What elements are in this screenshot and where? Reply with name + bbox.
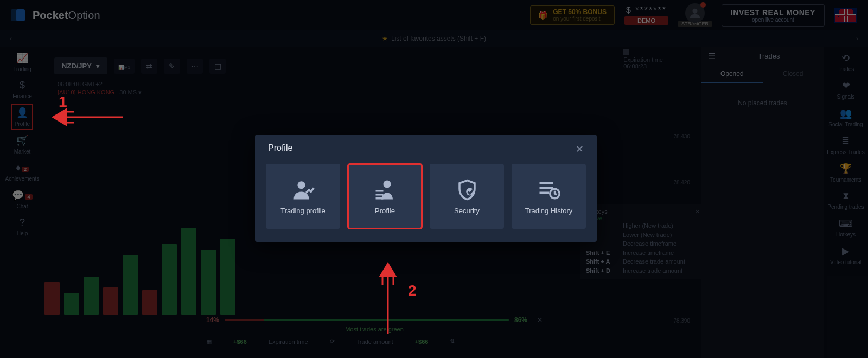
annotation-arrow-2 (372, 260, 404, 338)
trading-profile-icon (292, 178, 315, 201)
nav-help[interactable]: ?Help (17, 217, 28, 236)
candlestick-chart (44, 228, 235, 315)
card-trading-history[interactable]: Trading History (512, 164, 586, 229)
trades-title: Trades (721, 52, 817, 60)
svg-rect-5 (375, 197, 383, 200)
nav-chat[interactable]: 💬4Chat (12, 189, 32, 209)
notification-dot-icon (700, 2, 706, 8)
nav-tournaments[interactable]: 🏆Tournaments (830, 163, 861, 183)
history-icon: ⟲ (841, 52, 850, 64)
indicators-button[interactable]: ⇄ (141, 59, 157, 74)
chat-icon: 💬4 (12, 189, 32, 201)
signals-icon: ❤ (842, 80, 850, 92)
svg-point-1 (297, 181, 305, 189)
nav-profile[interactable]: 👤Profile (15, 107, 30, 127)
profile-modal: Profile ✕ Trading profile Profile Securi… (255, 135, 597, 242)
balance-box[interactable]: $ ******* DEMO (624, 5, 668, 25)
menu-icon[interactable]: ☰ (708, 51, 716, 61)
hotkeys-icon: ⌨ (839, 218, 853, 229)
gift-icon: 🎁 (538, 11, 547, 20)
flag-icon (623, 49, 629, 55)
no-trades-text: No placed trades (701, 83, 824, 123)
pair-selector[interactable]: NZD/JPY ▾ (54, 57, 107, 74)
nav-trades[interactable]: ⟲Trades (838, 52, 854, 72)
nav-hotkeys[interactable]: ⌨Hotkeys (836, 218, 856, 238)
modal-title: Profile (268, 143, 292, 155)
avatar-box[interactable]: STRANGER (678, 3, 712, 27)
close-icon[interactable]: ✕ (695, 208, 700, 215)
expiration-label: Expiration time (623, 56, 663, 63)
chevron-left-icon[interactable]: ‹ (10, 35, 12, 42)
trophy-icon: 🏆 (840, 163, 852, 175)
close-icon[interactable]: ✕ (576, 143, 584, 155)
left-nav: 📈Trading $Finance 👤Profile 🛒Market ♦2Ach… (0, 47, 44, 358)
demo-badge: DEMO (624, 16, 668, 25)
language-flag-icon[interactable] (834, 8, 857, 23)
close-icon[interactable]: ✕ (537, 316, 542, 324)
annotation-number-2: 2 (408, 282, 417, 299)
chart-type-button[interactable]: 📊M1 (114, 59, 135, 74)
nav-social[interactable]: 👥Social Trading (828, 107, 863, 127)
more-button[interactable]: ⋯ (187, 59, 203, 74)
caret-down-icon: ▾ (96, 62, 100, 70)
svg-point-0 (692, 9, 697, 14)
tab-closed[interactable]: Closed (763, 66, 824, 83)
svg-rect-9 (539, 191, 549, 194)
star-icon: ★ (382, 35, 388, 42)
nav-trading[interactable]: 📈Trading (13, 52, 31, 72)
invest-subtitle: open live account (731, 17, 815, 23)
invest-title: INVEST REAL MONEY (731, 8, 815, 17)
drawings-button[interactable]: ✎ (164, 59, 180, 74)
svg-rect-3 (375, 190, 383, 192)
nav-express[interactable]: ≣Express Trades (827, 135, 864, 155)
multichart-button[interactable]: ◫ (209, 59, 226, 74)
user-icon: 👤 (16, 107, 28, 119)
calendar-icon: ▦ (206, 338, 212, 345)
logo-text: PocketOption (33, 9, 100, 22)
card-profile[interactable]: Profile (348, 164, 422, 229)
expiration-box: Expiration time 06:08:23 (623, 49, 663, 69)
chart-time: 06:08:08 GMT+2 (58, 80, 142, 88)
logo[interactable]: PocketOption (11, 9, 100, 22)
security-icon (456, 178, 478, 201)
video-icon: ▶ (842, 245, 850, 257)
nav-video[interactable]: ▶Video tutorial (830, 245, 861, 265)
hotkeys-active: [Active] (586, 215, 700, 221)
trades-panel: ☰ Trades Opened Closed No placed trades (701, 47, 824, 358)
annotation-arrow-1 (50, 101, 126, 136)
nav-pending[interactable]: ⧗Pending trades (827, 190, 864, 210)
bonus-title: GET 50% BONUS (553, 8, 607, 16)
balance-value: $ ******* (626, 5, 667, 15)
sentiment-red: 14% (206, 316, 219, 324)
svg-rect-8 (539, 187, 553, 189)
social-icon: 👥 (840, 107, 852, 119)
card-security[interactable]: Security (430, 164, 504, 229)
chevron-right-icon[interactable]: › (856, 35, 858, 42)
avatar-icon (685, 3, 705, 23)
nav-signals[interactable]: ❤Signals (837, 80, 855, 100)
bonus-subtitle: on your first deposit (553, 16, 607, 22)
invest-button[interactable]: INVEST REAL MONEY open live account (722, 4, 825, 27)
expiration-time: 06:08:23 (623, 63, 647, 69)
header: PocketOption 🎁 GET 50% BONUS on your fir… (0, 0, 868, 30)
settings-icon[interactable]: ⇅ (450, 338, 455, 345)
svg-point-2 (383, 180, 391, 188)
nav-achievements[interactable]: ♦2Achievements (5, 162, 40, 182)
diamond-icon: ♦2 (16, 162, 29, 174)
svg-rect-4 (375, 194, 383, 196)
sentiment-bar (225, 319, 509, 321)
favorites-text[interactable]: List of favorites assets (Shift + F) (391, 35, 486, 42)
refresh-icon[interactable]: ⟳ (330, 338, 335, 345)
right-nav: ⟲Trades ❤Signals 👥Social Trading ≣Expres… (824, 47, 868, 358)
pending-icon: ⧗ (843, 190, 850, 202)
chart-toolbar: NZD/JPY ▾ 📊M1 ⇄ ✎ ⋯ ◫ (54, 57, 226, 74)
trading-history-icon (538, 178, 560, 201)
tab-opened[interactable]: Opened (701, 66, 763, 83)
card-trading-profile[interactable]: Trading profile (266, 164, 340, 229)
cart-icon: 🛒 (16, 135, 28, 146)
trade-info-row: ▦ +$66 Expiration time ⟳ Trade amount +$… (206, 338, 542, 345)
nav-finance[interactable]: $Finance (12, 80, 32, 99)
bonus-banner[interactable]: 🎁 GET 50% BONUS on your first deposit (530, 5, 615, 25)
nav-market[interactable]: 🛒Market (14, 135, 31, 155)
favorites-bar: ‹ ★ List of favorites assets (Shift + F)… (0, 30, 868, 47)
